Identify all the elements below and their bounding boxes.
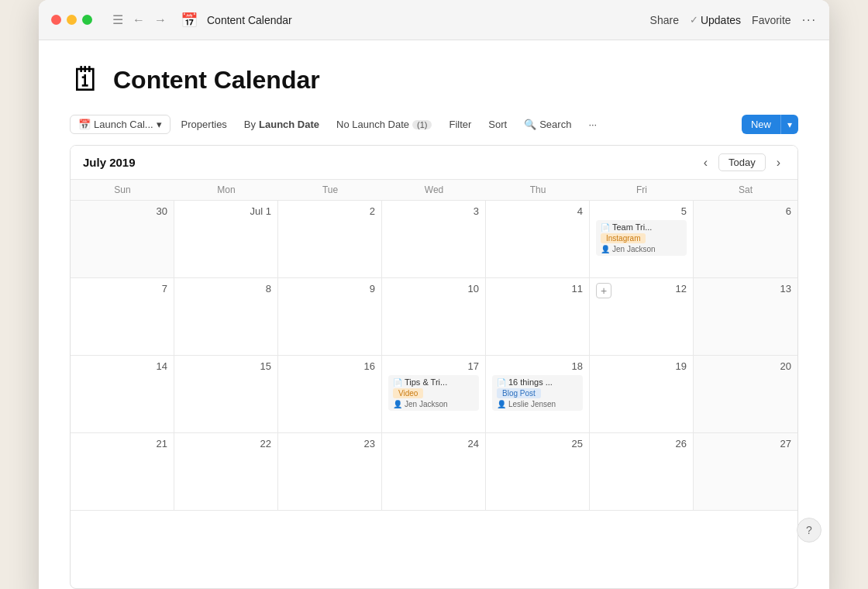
calendar-grid: 30Jul 12345📄 Team Tri...Instagram👤 Jen J…: [71, 201, 797, 588]
calendar-cell-7[interactable]: 7: [71, 278, 174, 356]
cell-date: 9: [284, 283, 375, 294]
avatar-icon: 👤: [497, 400, 506, 408]
chevron-down-icon: ▾: [157, 119, 162, 130]
calendar-cell-15[interactable]: 15: [174, 356, 278, 433]
event-assignee: 👤 Jen Jackson: [601, 245, 682, 253]
calendar-cell-24[interactable]: 24: [382, 433, 486, 511]
share-button[interactable]: Share: [650, 14, 679, 26]
calendar-nav: July 2019 ‹ Today ›: [71, 146, 797, 180]
calendar-event[interactable]: 📄 16 things ...Blog Post👤 Leslie Jensen: [492, 375, 583, 411]
cell-date: 2: [284, 205, 375, 217]
calendar-cell-14[interactable]: 14: [71, 356, 174, 433]
app-window: ☰ ← → 📅 Content Calendar Share ✓ Updates…: [39, 0, 829, 589]
by-launch-date-button[interactable]: By Launch Date: [238, 115, 326, 133]
day-header-tue: Tue: [278, 180, 382, 200]
calendar-cell-26[interactable]: 26: [590, 433, 694, 511]
toolbar-more-button[interactable]: ···: [582, 115, 603, 133]
page-header: 🗓 Content Calendar: [70, 64, 798, 96]
today-date: 15: [181, 360, 271, 372]
minimize-button[interactable]: [67, 15, 77, 25]
new-button[interactable]: New: [742, 115, 780, 134]
no-launch-count: (1): [412, 120, 432, 129]
calendar-cell-5[interactable]: 5📄 Team Tri...Instagram👤 Jen Jackson: [590, 201, 694, 278]
calendar-next-button[interactable]: ›: [772, 154, 785, 171]
cell-date: 21: [77, 438, 167, 450]
calendar-cell-16[interactable]: 16: [278, 356, 382, 433]
sort-button[interactable]: Sort: [482, 115, 513, 133]
calendar-cell-9[interactable]: 9: [278, 278, 382, 356]
avatar-icon: 👤: [601, 245, 610, 253]
day-header-sat: Sat: [694, 180, 797, 200]
filter-button[interactable]: Filter: [443, 115, 477, 133]
titlebar-title: Content Calendar: [207, 14, 292, 26]
calendar-event[interactable]: 📄 Team Tri...Instagram👤 Jen Jackson: [596, 220, 687, 256]
calendar-cell-12[interactable]: 12+: [590, 278, 694, 356]
calendar-cell-10[interactable]: 10: [382, 278, 486, 356]
calendar-cell-0[interactable]: 30: [71, 201, 174, 278]
search-button[interactable]: 🔍 Search: [518, 115, 577, 133]
calendar-cell-8[interactable]: 8: [174, 278, 278, 356]
calendar-cell-17[interactable]: 17📄 Tips & Tri...Video👤 Jen Jackson: [382, 356, 486, 433]
avatar-icon: 👤: [393, 400, 402, 408]
calendar-cell-18[interactable]: 18📄 16 things ...Blog Post👤 Leslie Jense…: [486, 356, 590, 433]
day-header-sun: Sun: [71, 180, 174, 200]
cell-date: 18: [492, 360, 583, 372]
cell-date: 30: [77, 205, 167, 217]
calendar-month: July 2019: [83, 156, 699, 169]
back-button[interactable]: ←: [129, 12, 148, 29]
updates-button[interactable]: ✓ Updates: [690, 14, 741, 26]
menu-icon[interactable]: ☰: [109, 11, 126, 29]
calendar-cell-19[interactable]: 19: [590, 356, 694, 433]
doc-icon: 📄: [601, 223, 610, 232]
calendar-cell-23[interactable]: 23: [278, 433, 382, 511]
calendar-event[interactable]: 📄 Tips & Tri...Video👤 Jen Jackson: [388, 375, 479, 411]
cell-date: 22: [181, 438, 271, 450]
calendar-cell-25[interactable]: 25: [486, 433, 590, 511]
calendar-cell-13[interactable]: 13: [694, 278, 797, 356]
calendar-cell-27[interactable]: 27: [694, 433, 797, 511]
page-title: Content Calendar: [113, 66, 320, 95]
new-dropdown-button[interactable]: ▾: [780, 115, 798, 134]
calendar-cell-6[interactable]: 6: [694, 201, 797, 278]
calendar-cell-11[interactable]: 11: [486, 278, 590, 356]
page-icon: 🗓: [70, 64, 102, 96]
no-launch-date-label: No Launch Date: [336, 119, 409, 130]
calendar-prev-button[interactable]: ‹: [699, 154, 712, 171]
calendar-today-button[interactable]: Today: [718, 153, 766, 171]
cell-date: 5: [596, 205, 687, 217]
cell-date: 25: [492, 438, 583, 450]
cell-date: 8: [181, 283, 271, 294]
calendar-cell-3[interactable]: 3: [382, 201, 486, 278]
cell-date: 13: [700, 283, 791, 294]
calendar-cell-20[interactable]: 20: [694, 356, 797, 433]
calendar-cell-4[interactable]: 4: [486, 201, 590, 278]
no-launch-date-button[interactable]: No Launch Date (1): [330, 115, 438, 133]
more-options-button[interactable]: ···: [802, 13, 817, 27]
calendar-cell-2[interactable]: 2: [278, 201, 382, 278]
traffic-lights: [51, 15, 92, 25]
favorite-button[interactable]: Favorite: [752, 14, 791, 26]
launch-date-label: Launch Date: [259, 119, 319, 130]
doc-icon: 📄: [393, 378, 402, 387]
properties-button[interactable]: Properties: [175, 115, 233, 133]
page-icon-small: 📅: [181, 12, 198, 29]
calendar-cell-1[interactable]: Jul 1: [174, 201, 278, 278]
add-event-button[interactable]: +: [596, 283, 611, 298]
cell-date: 27: [700, 438, 791, 450]
cell-date: 24: [388, 438, 479, 450]
calendar-cell-22[interactable]: 22: [174, 433, 278, 511]
cell-date: 19: [596, 360, 687, 372]
search-label: Search: [539, 119, 571, 130]
close-button[interactable]: [51, 15, 61, 25]
cell-date: 26: [596, 438, 687, 450]
cell-date: 4: [492, 205, 583, 217]
forward-button[interactable]: →: [151, 12, 170, 29]
event-title: 📄 Tips & Tri...: [393, 377, 474, 387]
day-header-mon: Mon: [174, 180, 278, 200]
check-icon: ✓: [690, 14, 698, 26]
help-button[interactable]: ?: [797, 518, 822, 542]
titlebar: ☰ ← → 📅 Content Calendar Share ✓ Updates…: [39, 0, 829, 40]
calendar-cell-21[interactable]: 21: [71, 433, 174, 511]
fullscreen-button[interactable]: [82, 15, 92, 25]
view-selector[interactable]: 📅 Launch Cal... ▾: [70, 115, 170, 134]
